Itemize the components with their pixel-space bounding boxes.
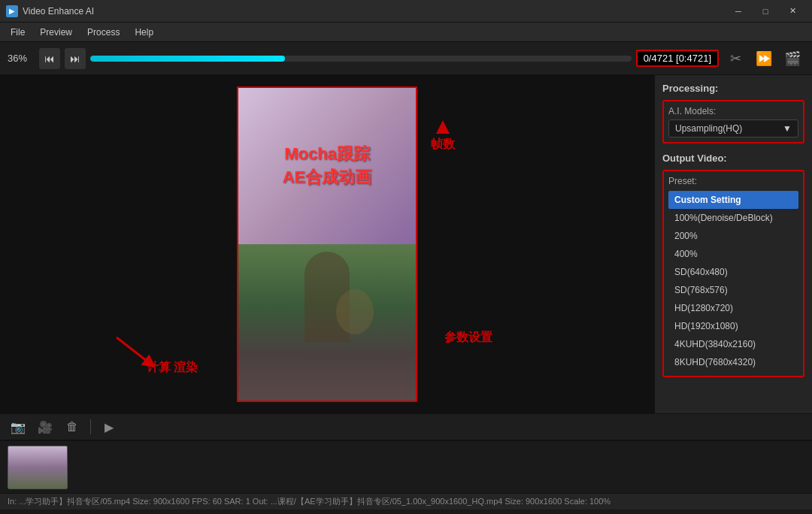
- play-button[interactable]: ▶: [98, 416, 120, 437]
- app-icon: ▶: [6, 5, 18, 17]
- processing-title: Processing:: [662, 83, 804, 94]
- forward-icon: ⏩: [752, 48, 776, 69]
- menu-process[interactable]: Process: [80, 23, 127, 42]
- preset-item[interactable]: HD(1920x1080): [668, 317, 798, 335]
- export-icon[interactable]: 🎬: [780, 48, 804, 69]
- arrow-up-icon: [436, 120, 450, 134]
- preset-label: Preset:: [668, 176, 798, 186]
- frame-counter: 0/4721 [0:4721]: [636, 50, 719, 67]
- preset-item[interactable]: 8KUHD(7680x4320): [668, 353, 798, 371]
- ai-model-value: Upsampling(HQ): [675, 123, 742, 134]
- thumb-preview: [8, 446, 67, 488]
- delete-button[interactable]: 🗑: [62, 416, 83, 437]
- preset-item[interactable]: SD(640x480): [668, 263, 798, 281]
- output-video-box: Preset: Custom Setting100%(Denoise/DeBlo…: [662, 170, 804, 377]
- skip-back-button[interactable]: ⏮: [39, 48, 60, 69]
- overlay-text: Mocha跟踪 AE合成动画: [283, 143, 372, 189]
- video-top-half: Mocha跟踪 AE合成动画: [238, 88, 416, 244]
- toolbar: 36% ⏮ ⏭ 0/4721 [0:4721] ✂ ⏩ 🎬: [0, 42, 812, 75]
- calc-arrow-icon: [109, 330, 154, 367]
- window-controls: ─ □ ✕: [725, 0, 806, 23]
- output-video-title: Output Video:: [662, 153, 804, 164]
- ai-models-label: A.I. Models:: [668, 106, 798, 116]
- cut-icon[interactable]: ✂: [723, 48, 747, 69]
- status-text: In: ...学习助手】抖音专区/05.mp4 Size: 900x1600 F…: [8, 496, 611, 507]
- menubar: File Preview Process Help: [0, 23, 812, 42]
- preset-item[interactable]: HD(1280x720): [668, 299, 798, 317]
- statusbar: In: ...学习助手】抖音专区/05.mp4 Size: 900x1600 F…: [0, 493, 812, 509]
- ai-models-box: A.I. Models: Upsampling(HQ) ▼: [662, 100, 804, 144]
- preview-area: 帧数 Mocha跟踪 AE合成动画 参数设置: [0, 75, 654, 413]
- menu-file[interactable]: File: [3, 23, 32, 42]
- video-preview[interactable]: Mocha跟踪 AE合成动画: [237, 86, 417, 402]
- right-panel: Processing: A.I. Models: Upsampling(HQ) …: [654, 75, 812, 413]
- timeline-scrubber[interactable]: [90, 56, 632, 62]
- preset-list: Custom Setting100%(Denoise/DeBlock)200%4…: [668, 191, 798, 371]
- close-button[interactable]: ✕: [779, 0, 806, 23]
- minimize-button[interactable]: ─: [725, 0, 752, 23]
- menu-help[interactable]: Help: [127, 23, 161, 42]
- preset-item[interactable]: 400%: [668, 245, 798, 263]
- video-bottom-half: [238, 244, 416, 401]
- toolbar-separator: [90, 419, 91, 434]
- add-video-button[interactable]: 🎥: [35, 416, 56, 437]
- titlebar: ▶ Video Enhance AI ─ □ ✕: [0, 0, 812, 23]
- timeline-progress: [90, 56, 285, 62]
- menu-preview[interactable]: Preview: [32, 23, 80, 42]
- calc-annotation: 计算 渲染: [147, 360, 198, 376]
- params-annotation: 参数设置: [444, 330, 492, 346]
- chevron-down-icon: ▼: [783, 123, 792, 134]
- frames-annotation: 帧数: [431, 120, 455, 153]
- filmstrip: [0, 440, 812, 493]
- maximize-button[interactable]: □: [752, 0, 779, 23]
- app-title: Video Enhance AI: [23, 6, 720, 17]
- preset-item[interactable]: 200%: [668, 227, 798, 245]
- ai-model-select[interactable]: Upsampling(HQ) ▼: [668, 119, 798, 138]
- frames-label: 帧数: [431, 137, 455, 153]
- filmstrip-thumb[interactable]: [8, 446, 68, 489]
- bottom-toolbar: 📷 🎥 🗑 ▶: [0, 413, 812, 440]
- zoom-level: 36%: [8, 53, 35, 64]
- preset-item[interactable]: 4KUHD(3840x2160): [668, 335, 798, 353]
- calc-label: 计算 渲染: [147, 360, 198, 376]
- preset-item[interactable]: 100%(Denoise/DeBlock): [668, 209, 798, 227]
- preset-item[interactable]: SD(768x576): [668, 281, 798, 299]
- step-back-button[interactable]: ⏭: [65, 48, 86, 69]
- params-label: 参数设置: [444, 331, 492, 343]
- svg-line-0: [117, 337, 150, 364]
- preset-item[interactable]: Custom Setting: [668, 191, 798, 209]
- add-image-button[interactable]: 📷: [8, 416, 29, 437]
- main-area: 帧数 Mocha跟踪 AE合成动画 参数设置: [0, 75, 812, 413]
